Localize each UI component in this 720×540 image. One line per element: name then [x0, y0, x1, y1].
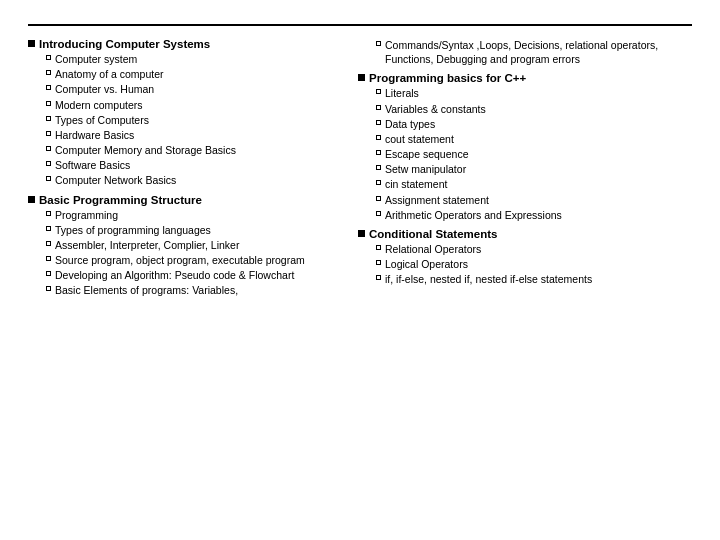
- list-item: if, if-else, nested if, nested if-else s…: [376, 272, 692, 286]
- section-conditional: Conditional StatementsRelational Operato…: [358, 228, 692, 287]
- section-header-label: Conditional Statements: [369, 228, 497, 240]
- sub-list: LiteralsVariables & constantsData typesc…: [376, 86, 692, 222]
- sub-bullet-icon: [46, 131, 51, 136]
- list-item: Variables & constants: [376, 102, 692, 116]
- list-item: Programming: [46, 208, 348, 222]
- left-column: Introducing Computer SystemsComputer sys…: [28, 38, 348, 524]
- section-header-label: Basic Programming Structure: [39, 194, 202, 206]
- list-item-text: Modern computers: [55, 98, 143, 112]
- list-item-text: Types of Computers: [55, 113, 149, 127]
- list-item: Software Basics: [46, 158, 348, 172]
- list-item-text: if, if-else, nested if, nested if-else s…: [385, 272, 592, 286]
- list-item: Source program, object program, executab…: [46, 253, 348, 267]
- sub-bullet-icon: [46, 85, 51, 90]
- sub-bullet-icon: [46, 116, 51, 121]
- sub-bullet-icon: [376, 180, 381, 185]
- list-item-text: Source program, object program, executab…: [55, 253, 305, 267]
- list-item: Basic Elements of programs: Variables,: [46, 283, 348, 297]
- sub-bullet-icon: [376, 196, 381, 201]
- section-header-conditional: Conditional Statements: [358, 228, 692, 240]
- list-item: Computer system: [46, 52, 348, 66]
- list-item-text: cin statement: [385, 177, 447, 191]
- list-item-text: Computer vs. Human: [55, 82, 154, 96]
- section-header-label: Programming basics for C++: [369, 72, 526, 84]
- bullet-icon: [28, 40, 35, 47]
- list-item-text: Assembler, Interpreter, Complier, Linker: [55, 238, 239, 252]
- list-item: Assignment statement: [376, 193, 692, 207]
- sub-bullet-icon: [376, 245, 381, 250]
- sub-bullet-icon: [46, 286, 51, 291]
- list-item: Hardware Basics: [46, 128, 348, 142]
- sub-bullet-icon: [376, 120, 381, 125]
- sub-bullet-icon: [46, 101, 51, 106]
- sub-bullet-icon: [46, 256, 51, 261]
- list-item: Computer Memory and Storage Basics: [46, 143, 348, 157]
- bullet-icon: [358, 230, 365, 237]
- section-header-intro: Introducing Computer Systems: [28, 38, 348, 50]
- list-item-text: Basic Elements of programs: Variables,: [55, 283, 238, 297]
- bullet-icon: [28, 196, 35, 203]
- sub-list: Commands/Syntax ,Loops, Decisions, relat…: [376, 38, 692, 66]
- section-header-basic-prog: Basic Programming Structure: [28, 194, 348, 206]
- page-title: [28, 18, 692, 26]
- list-item-text: Relational Operators: [385, 242, 481, 256]
- list-item-text: Commands/Syntax ,Loops, Decisions, relat…: [385, 38, 692, 66]
- sub-list: Computer systemAnatomy of a computerComp…: [46, 52, 348, 188]
- list-item: Modern computers: [46, 98, 348, 112]
- list-item: Setw manipulator: [376, 162, 692, 176]
- sub-bullet-icon: [46, 211, 51, 216]
- list-item: Literals: [376, 86, 692, 100]
- list-item-text: Anatomy of a computer: [55, 67, 164, 81]
- list-item: Data types: [376, 117, 692, 131]
- content-area: Introducing Computer SystemsComputer sys…: [28, 38, 692, 524]
- list-item: Relational Operators: [376, 242, 692, 256]
- list-item-text: Software Basics: [55, 158, 130, 172]
- list-item: Types of Computers: [46, 113, 348, 127]
- list-item-text: Data types: [385, 117, 435, 131]
- list-item: Logical Operators: [376, 257, 692, 271]
- list-item: Anatomy of a computer: [46, 67, 348, 81]
- list-item: Computer vs. Human: [46, 82, 348, 96]
- section-intro: Introducing Computer SystemsComputer sys…: [28, 38, 348, 188]
- list-item-text: Types of programming languages: [55, 223, 211, 237]
- list-item-text: Arithmetic Operators and Expressions: [385, 208, 562, 222]
- list-item: Arithmetic Operators and Expressions: [376, 208, 692, 222]
- list-item-text: Assignment statement: [385, 193, 489, 207]
- section-header-prog-basics-cpp: Programming basics for C++: [358, 72, 692, 84]
- section-commands: Commands/Syntax ,Loops, Decisions, relat…: [358, 38, 692, 66]
- list-item-text: Developing an Algorithm: Pseudo code & F…: [55, 268, 294, 282]
- list-item-text: Computer system: [55, 52, 137, 66]
- list-item: Assembler, Interpreter, Complier, Linker: [46, 238, 348, 252]
- sub-bullet-icon: [46, 226, 51, 231]
- list-item-text: Literals: [385, 86, 419, 100]
- list-item: Escape sequence: [376, 147, 692, 161]
- sub-bullet-icon: [376, 275, 381, 280]
- section-basic-prog: Basic Programming StructureProgrammingTy…: [28, 194, 348, 298]
- list-item-text: Programming: [55, 208, 118, 222]
- right-column: Commands/Syntax ,Loops, Decisions, relat…: [358, 38, 692, 524]
- section-header-label: Introducing Computer Systems: [39, 38, 210, 50]
- sub-bullet-icon: [376, 105, 381, 110]
- sub-bullet-icon: [376, 135, 381, 140]
- list-item: Commands/Syntax ,Loops, Decisions, relat…: [376, 38, 692, 66]
- list-item: cin statement: [376, 177, 692, 191]
- sub-bullet-icon: [46, 146, 51, 151]
- list-item-text: Setw manipulator: [385, 162, 466, 176]
- sub-bullet-icon: [46, 161, 51, 166]
- sub-bullet-icon: [376, 260, 381, 265]
- list-item: Computer Network Basics: [46, 173, 348, 187]
- sub-bullet-icon: [376, 89, 381, 94]
- list-item: cout statement: [376, 132, 692, 146]
- sub-bullet-icon: [46, 176, 51, 181]
- sub-list: ProgrammingTypes of programming language…: [46, 208, 348, 298]
- list-item-text: Computer Network Basics: [55, 173, 176, 187]
- sub-bullet-icon: [46, 55, 51, 60]
- list-item-text: cout statement: [385, 132, 454, 146]
- sub-bullet-icon: [376, 41, 381, 46]
- sub-bullet-icon: [376, 211, 381, 216]
- list-item-text: Hardware Basics: [55, 128, 134, 142]
- bullet-icon: [358, 74, 365, 81]
- sub-bullet-icon: [46, 271, 51, 276]
- list-item-text: Logical Operators: [385, 257, 468, 271]
- sub-list: Relational OperatorsLogical Operatorsif,…: [376, 242, 692, 287]
